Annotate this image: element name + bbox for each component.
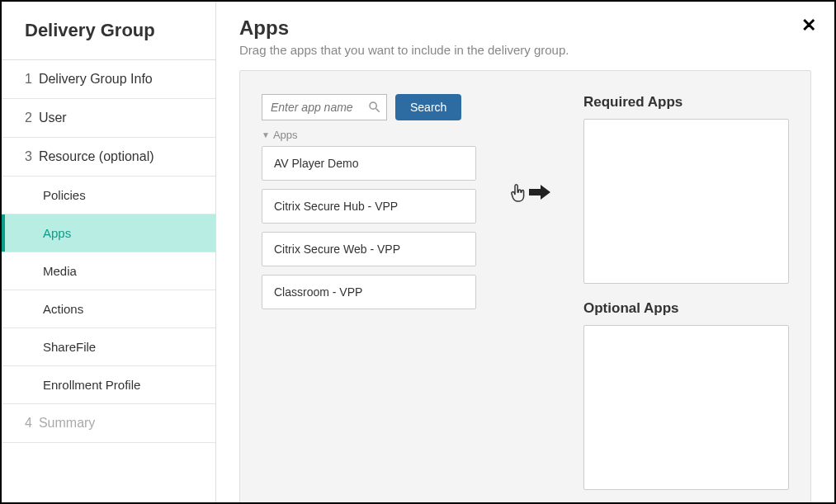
step-label: Summary [39, 416, 95, 431]
app-item[interactable]: AV Player Demo [262, 146, 476, 181]
page-title: Apps [239, 16, 811, 40]
target-column: Required Apps Optional Apps [583, 94, 789, 504]
app-item[interactable]: Classroom - VPP [262, 275, 476, 309]
step-user[interactable]: 2 User [2, 99, 215, 138]
sidebar-item-apps[interactable]: Apps [2, 214, 215, 252]
step-label: Delivery Group Info [39, 72, 153, 87]
sidebar-item-actions[interactable]: Actions [2, 290, 215, 328]
step-resource[interactable]: 3 Resource (optional) [2, 138, 215, 177]
sidebar-title: Delivery Group [2, 2, 215, 60]
search-wrapper [262, 94, 387, 120]
drag-hint [509, 183, 550, 504]
sidebar: Delivery Group 1 Delivery Group Info 2 U… [2, 2, 216, 502]
required-apps-title: Required Apps [583, 94, 789, 111]
step-delivery-group-info[interactable]: 1 Delivery Group Info [2, 60, 215, 99]
app-item[interactable]: Citrix Secure Web - VPP [262, 232, 476, 266]
optional-apps-title: Optional Apps [583, 300, 789, 317]
step-label: Resource (optional) [39, 149, 154, 164]
step-number: 1 [25, 72, 32, 87]
step-number: 2 [25, 111, 32, 125]
app-item[interactable]: Citrix Secure Hub - VPP [262, 189, 476, 224]
step-number: 3 [25, 149, 32, 164]
required-apps-dropzone[interactable] [583, 119, 789, 284]
sidebar-item-media[interactable]: Media [2, 252, 215, 290]
search-button[interactable]: Search [395, 94, 461, 120]
close-button[interactable]: ✕ [801, 15, 816, 36]
arrow-right-icon [529, 183, 550, 201]
available-apps-column: Search ▼ Apps AV Player Demo Citrix Secu… [262, 94, 476, 504]
apps-panel: Search ▼ Apps AV Player Demo Citrix Secu… [239, 70, 811, 504]
apps-list-header[interactable]: ▼ Apps [262, 129, 476, 141]
sidebar-item-policies[interactable]: Policies [2, 177, 215, 214]
page-description: Drag the apps that you want to include i… [239, 43, 811, 57]
step-number: 4 [25, 416, 32, 431]
apps-header-label: Apps [273, 129, 298, 141]
main-content: ✕ Apps Drag the apps that you want to in… [216, 2, 834, 502]
step-summary[interactable]: 4 Summary [2, 404, 215, 443]
search-icon [367, 100, 382, 115]
hand-pointer-icon [509, 183, 526, 203]
step-label: User [39, 111, 67, 125]
optional-apps-dropzone[interactable] [583, 325, 789, 490]
sidebar-item-enrollment-profile[interactable]: Enrollment Profile [2, 366, 215, 404]
collapse-icon: ▼ [262, 130, 270, 139]
search-row: Search [262, 94, 476, 120]
sidebar-item-sharefile[interactable]: ShareFile [2, 328, 215, 366]
